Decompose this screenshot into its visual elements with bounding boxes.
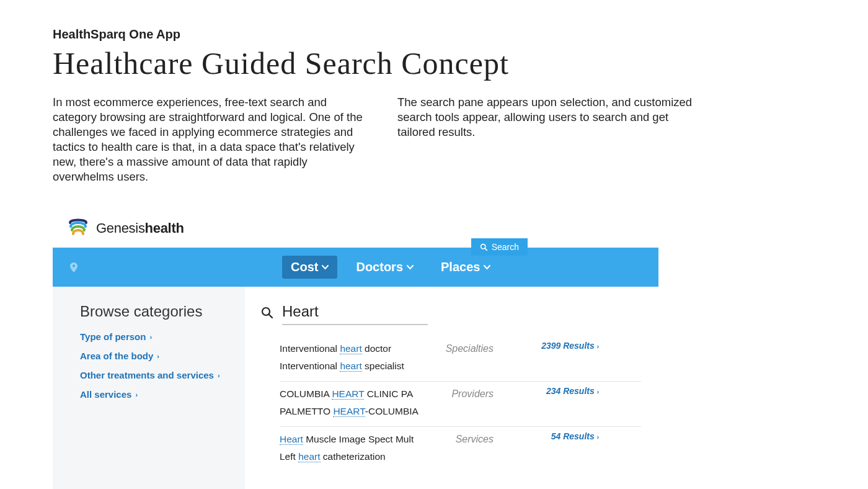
chevron-down-icon	[407, 265, 414, 270]
chevron-right-icon: ›	[149, 333, 152, 341]
panel-row: Browse categories Type of person›Area of…	[53, 287, 658, 489]
svg-point-2	[73, 264, 75, 267]
intro-paragraph-1: In most ecommerce experiences, free-text…	[53, 95, 363, 184]
highlight: heart	[340, 343, 361, 354]
result-line[interactable]: Left heart catheterization	[280, 448, 435, 465]
search-icon	[261, 307, 273, 319]
result-line[interactable]: Interventional heart doctor	[280, 340, 435, 357]
chevron-right-icon: ›	[597, 434, 599, 441]
highlight: heart	[298, 451, 320, 462]
result-line[interactable]: COLUMBIA HEART CLINIC PA	[280, 385, 435, 403]
browse-link-label: All services	[80, 389, 131, 400]
chevron-down-icon	[484, 265, 490, 270]
browse-title: Browse categories	[80, 303, 245, 320]
chevron-right-icon: ›	[135, 391, 138, 398]
brand-text: Genesishealth	[96, 220, 184, 236]
chevron-right-icon: ›	[597, 388, 599, 395]
intro-paragraph-2: The search pane appears upon selection, …	[397, 95, 707, 184]
svg-line-4	[269, 315, 272, 318]
browse-link[interactable]: Type of person›	[80, 331, 245, 342]
browse-link[interactable]: All services›	[80, 389, 245, 400]
brand-logo-icon	[68, 218, 89, 239]
browse-link[interactable]: Other treatments and services›	[80, 370, 245, 380]
page-title: Healthcare Guided Search Concept	[53, 45, 815, 81]
result-line[interactable]: Interventional heart specialist	[280, 357, 435, 375]
nav-item-label: Places	[441, 260, 480, 274]
search-input[interactable]	[282, 300, 428, 325]
browse-link-label: Area of the body	[80, 351, 153, 361]
browse-link-label: Type of person	[80, 331, 146, 342]
location-pin-icon[interactable]	[70, 262, 78, 272]
chevron-down-icon	[322, 265, 329, 270]
chevron-right-icon: ›	[157, 352, 159, 360]
svg-point-3	[262, 308, 270, 315]
browse-link[interactable]: Area of the body›	[80, 351, 245, 361]
nav-item-label: Doctors	[356, 260, 403, 274]
search-pane: Interventional heart doctorInterventiona…	[245, 287, 658, 489]
group-label: Specialties	[435, 340, 494, 375]
chevron-right-icon: ›	[597, 343, 599, 350]
nav-item-doctors[interactable]: Doctors	[347, 256, 422, 279]
group-label: Providers	[435, 385, 494, 420]
result-line[interactable]: Heart Muscle Image Spect Mult	[280, 431, 435, 448]
highlight: heart	[340, 361, 361, 372]
svg-line-1	[485, 248, 487, 250]
nav-items: CostDoctorsPlaces	[282, 256, 499, 279]
result-line[interactable]: PALMETTO HEART-COLUMBIA	[280, 403, 435, 420]
chevron-right-icon: ›	[218, 372, 220, 379]
eyebrow: HealthSparq One App	[53, 27, 815, 42]
group-results-link[interactable]: 54 Results ›	[551, 431, 599, 441]
nav-bar: CostDoctorsPlaces	[53, 248, 658, 287]
highlight: Heart	[280, 434, 303, 445]
search-tab-label: Search	[492, 242, 519, 252]
result-group: Heart Muscle Image Spect MultLeft heart …	[280, 427, 641, 472]
result-group: Interventional heart doctorInterventiona…	[280, 336, 641, 382]
app-mock: Genesishealth Search CostDoctorsPlaces B…	[53, 209, 658, 489]
results-area: Interventional heart doctorInterventiona…	[261, 336, 641, 472]
highlight: HEART	[333, 406, 365, 417]
brand-name-bold: health	[145, 220, 184, 236]
group-results-link[interactable]: 2399 Results ›	[541, 341, 599, 351]
browse-link-label: Other treatments and services	[80, 370, 214, 380]
browse-links: Type of person›Area of the body›Other tr…	[80, 331, 245, 400]
group-results-link[interactable]: 234 Results ›	[546, 386, 599, 396]
group-label: Services	[435, 431, 494, 465]
browse-pane: Browse categories Type of person›Area of…	[53, 287, 245, 489]
search-tab[interactable]: Search	[471, 238, 528, 256]
result-group: COLUMBIA HEART CLINIC PAPALMETTO HEART-C…	[280, 382, 641, 427]
nav-item-cost[interactable]: Cost	[282, 256, 337, 279]
nav-item-places[interactable]: Places	[432, 256, 499, 279]
brand-row: Genesishealth	[53, 209, 658, 248]
highlight: HEART	[332, 388, 364, 400]
search-icon	[480, 243, 488, 251]
nav-item-label: Cost	[291, 260, 318, 274]
brand-name-light: Genesis	[96, 220, 145, 236]
